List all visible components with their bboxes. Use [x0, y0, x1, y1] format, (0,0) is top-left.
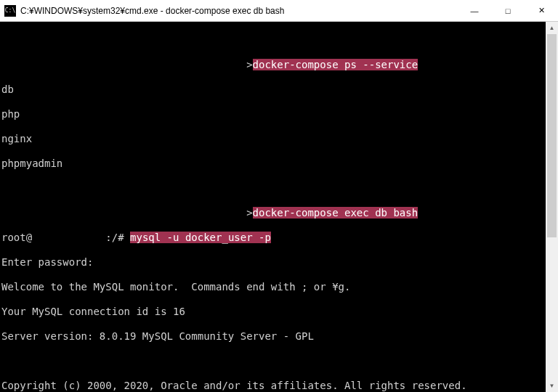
output-line: Server version: 8.0.19 MySQL Community S… [1, 330, 544, 343]
root-prefix: root@ [1, 232, 32, 243]
output-line: Copyright (c) 2000, 2020, Oracle and/or … [1, 380, 544, 392]
scroll-down-arrow-icon[interactable]: ▼ [546, 380, 558, 392]
output-line: db [1, 83, 544, 96]
output-line: Welcome to the MySQL monitor. Commands e… [1, 281, 544, 293]
minimize-button[interactable]: — [458, 0, 491, 21]
output-line: Your MySQL connection id is 16 [1, 306, 544, 318]
scrollbar-thumb[interactable] [547, 34, 557, 237]
output-line: php [1, 108, 544, 121]
cmd-icon: C:\ [4, 5, 16, 17]
command-text: docker-compose exec db bash [253, 207, 418, 219]
prompt-arrow: > [1, 59, 253, 70]
output-line: phpmyadmin [1, 158, 544, 170]
redacted-host: xxxxxxxxxxxx [32, 232, 105, 243]
terminal-output[interactable]: >docker-compose ps --service db php ngin… [0, 22, 546, 392]
terminal-area: >docker-compose ps --service db php ngin… [0, 22, 558, 392]
vertical-scrollbar[interactable]: ▲ ▼ [546, 22, 558, 392]
window-titlebar: C:\ C:¥WINDOWS¥system32¥cmd.exe - docker… [0, 0, 558, 22]
command-text: mysql -u docker_user -p [130, 232, 271, 243]
scroll-up-arrow-icon[interactable]: ▲ [546, 22, 558, 34]
maximize-button[interactable]: □ [491, 0, 525, 21]
close-button[interactable]: ✕ [525, 0, 558, 21]
prompt-arrow: > [1, 207, 253, 219]
output-line: Enter password: [1, 256, 544, 269]
window-title: C:¥WINDOWS¥system32¥cmd.exe - docker-com… [20, 6, 458, 16]
output-line: nginx [1, 133, 544, 145]
scrollbar-track[interactable] [546, 34, 558, 380]
root-path: :/# [105, 232, 130, 243]
window-controls: — □ ✕ [458, 0, 558, 21]
command-text: docker-compose ps --service [253, 59, 418, 70]
